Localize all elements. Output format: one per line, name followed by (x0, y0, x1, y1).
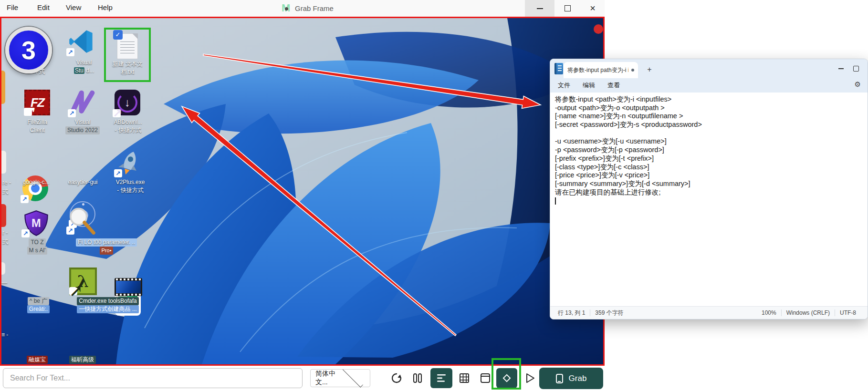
notepad-menu-view[interactable]: 查看 (607, 81, 620, 90)
red-arrow-upleft (182, 106, 456, 336)
table-mode-button[interactable] (455, 369, 473, 387)
window-icon (480, 373, 491, 383)
annotation-red-dot (594, 24, 603, 34)
notepad-cursor-line (555, 196, 868, 205)
notepad-text-line: [-summary <summary>]变为[-d <summary>] (555, 180, 868, 188)
menu-file[interactable]: File (7, 3, 18, 11)
new-tab-button[interactable]: + (644, 64, 655, 75)
red-arrow-right (203, 54, 541, 109)
notepad-tabbar: 将参数-input path变为-i inputfi + × (550, 59, 868, 78)
close-button[interactable]: × (581, 0, 605, 17)
notepad-tab-title: 将参数-input path变为-i inputfi (567, 66, 628, 74)
text-lines-mode-button[interactable] (430, 368, 452, 388)
notepad-text-line: -p <password>变为[-p <password>] (555, 146, 868, 154)
annotation-arrows (1, 18, 603, 364)
notepad-text-line: [-prefix <prefix>]变为[-t <prefix>] (555, 154, 868, 163)
play-icon (525, 373, 535, 383)
notepad-maximize-button[interactable] (849, 59, 863, 78)
settings-gear-icon[interactable]: ⚙ (855, 80, 861, 89)
notepad-text-line: [-class <type>]变为[-c <class>] (555, 163, 868, 172)
notepad-text-line: [-price <price>]变为[-v <price>] (555, 171, 868, 180)
grab-frame-logo-icon: M (282, 2, 291, 14)
notepad-text-line: 将参数-input <path>变为-i <inputfiles> (555, 95, 868, 104)
notepad-file-icon (554, 63, 563, 74)
status-encoding: UTF-8 (840, 309, 856, 316)
grab-button[interactable]: Grab (539, 368, 603, 389)
maximize-button[interactable] (554, 0, 581, 17)
grab-button-label: Grab (569, 374, 587, 383)
notepad-text-line: -output <path>变为-o <outputpath > (555, 104, 868, 113)
notepad-text-line: 请在已构建项目的基础上进行修改; (555, 188, 868, 197)
text-caret (555, 197, 556, 205)
search-input[interactable] (3, 368, 303, 388)
play-button[interactable] (521, 369, 539, 387)
menu-view[interactable]: View (66, 3, 81, 11)
notepad-menu-file[interactable]: 文件 (558, 81, 570, 90)
notepad-text-line (555, 129, 868, 138)
status-line-col: 行 13, 列 1 (558, 309, 585, 317)
app-title-wrap: M Grab Frame (282, 2, 334, 14)
language-value: 简体中文... (315, 370, 340, 387)
freeze-frame-button[interactable] (408, 369, 427, 387)
status-zoom[interactable]: 100% (762, 309, 776, 316)
annotation-green-box-toolbar (492, 358, 521, 390)
refresh-frame-button[interactable] (387, 369, 406, 387)
capture-frame: re - 式 r - 式 — ≡ - 3 . 式 ↗ Visual Stu d.… (0, 17, 605, 366)
app-title: Grab Frame (295, 4, 334, 12)
notepad-menubar: 文件 编辑 查看 (550, 78, 868, 93)
status-char-count: 359 个字符 (595, 309, 623, 317)
notepad-text-area[interactable]: 将参数-input <path>变为-i <inputfiles> -outpu… (550, 93, 868, 306)
notepad-text-line: [-secret <password>]变为-s <productpasswor… (555, 121, 868, 129)
notepad-menu-edit[interactable]: 编辑 (583, 81, 595, 90)
notepad-minimize-button[interactable] (834, 59, 848, 78)
unsaved-dot-icon (631, 69, 634, 72)
menu-edit[interactable]: Edit (37, 3, 50, 11)
minimize-button[interactable] (525, 0, 554, 17)
titlebar: File Edit View Help M Grab Frame × (0, 0, 605, 17)
grab-frame-app: File Edit View Help M Grab Frame × (0, 0, 868, 391)
menu-help[interactable]: Help (98, 3, 113, 11)
notepad-close-button[interactable]: × (863, 59, 868, 78)
copy-icon (556, 374, 563, 383)
notepad-text-line: [-name <name>]变为-n <outputfilename > (555, 112, 868, 121)
grid-icon (459, 373, 470, 383)
notepad-active-tab[interactable]: 将参数-input path变为-i inputfi (564, 62, 638, 78)
language-dropdown[interactable]: 简体中文... (310, 369, 370, 387)
notepad-statusbar: 行 13, 列 1 359 个字符 100% Windows (CRLF) UT… (550, 306, 868, 319)
notepad-text-line: -u <username>变为[-u <username>] (555, 137, 868, 146)
chevron-down-icon (342, 367, 363, 388)
notepad-window: 将参数-input path变为-i inputfi + × 文件 编辑 查看 … (550, 59, 868, 319)
text-lines-icon (436, 373, 447, 383)
pause-icon (412, 373, 423, 383)
status-eol: Windows (CRLF) (786, 309, 830, 316)
refresh-icon (391, 372, 402, 384)
